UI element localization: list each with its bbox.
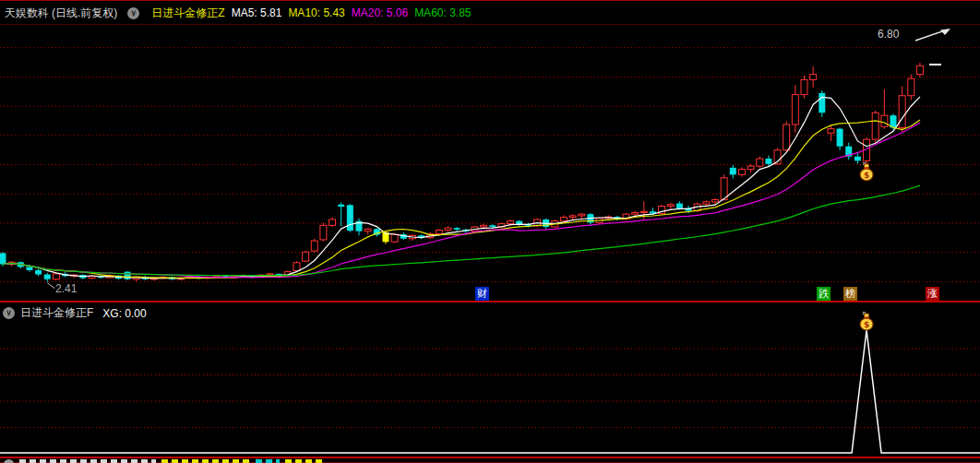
candle-body [391, 234, 398, 242]
candle-body [436, 231, 442, 234]
xg-value-label: XG: 0.00 [102, 307, 146, 320]
candle-body [667, 205, 674, 207]
ma5-line [3, 97, 920, 279]
candle-body [267, 274, 273, 275]
candle-body [26, 267, 32, 269]
lower-panel-header: ∨ 日进斗金修正F XG: 0.00 [0, 305, 147, 321]
chart-header: 天娱数科 (日线.前复权) ∨ 日进斗金修正Z MA5: 5.81 MA10: … [0, 2, 980, 24]
candle-body [757, 159, 763, 166]
candle-body [747, 166, 754, 169]
ma20-legend: MA20: 5.06 [352, 6, 408, 19]
money-bag-icon: $ [860, 312, 873, 330]
candle-body [872, 113, 878, 139]
badge-cai[interactable]: 财 [475, 287, 489, 301]
svg-text:$: $ [864, 320, 869, 329]
ma20-line [3, 123, 920, 278]
candle-body [738, 170, 745, 175]
candle-body [508, 221, 514, 224]
ma60-line [3, 185, 920, 276]
candle-body [303, 252, 309, 261]
candle-body [311, 241, 317, 251]
clipped-cyan-text [256, 459, 280, 463]
candle-body [899, 96, 905, 128]
candle-body [320, 225, 327, 240]
candle-body [908, 78, 914, 96]
chevron-down-circle-icon[interactable]: ∨ [3, 307, 15, 319]
chevron-down-circle-icon[interactable] [4, 459, 14, 463]
candle-body [338, 205, 344, 207]
candle-body [792, 95, 798, 125]
badge-bang[interactable]: 榜 [843, 287, 857, 301]
candle-body [293, 263, 300, 271]
candle-body [0, 253, 6, 264]
ma10-line [3, 120, 920, 279]
candle-body [855, 157, 861, 161]
ma10-legend: MA10: 5.43 [288, 6, 344, 19]
stock-name[interactable]: 天娱数科 [5, 6, 49, 21]
price-target-arrow [915, 30, 945, 41]
clipped-bottom-text-row [0, 458, 980, 463]
candle-body [569, 216, 576, 218]
candle-body [454, 228, 460, 230]
candle-body [676, 204, 683, 208]
lower-indicator-name[interactable]: 日进斗金修正F [20, 305, 93, 321]
candle-body [837, 129, 843, 147]
candle-body [53, 274, 59, 279]
ma5-legend: MA5: 5.81 [232, 6, 282, 19]
candle-body [810, 75, 817, 80]
period-label: (日线.前复权) [52, 6, 117, 21]
clipped-white-text [19, 459, 156, 463]
candle-body [828, 129, 834, 134]
low-price-label: 2.41 [55, 282, 77, 295]
candle-body [347, 205, 353, 231]
clipped-yellow-text [285, 459, 322, 463]
candle-body [783, 125, 790, 150]
xg-signal-line [0, 330, 980, 453]
badge-die[interactable]: 跌 [817, 287, 831, 301]
candle-body [916, 65, 923, 74]
low-pointer-line [47, 283, 54, 289]
candle-body [489, 225, 496, 227]
main-indicator-name[interactable]: 日进斗金修正Z [151, 6, 224, 21]
ma60-legend: MA60: 3.85 [414, 6, 471, 19]
price-target-label: 6.80 [878, 28, 899, 41]
candle-body [445, 228, 451, 230]
stock-chart-window: { "header": { "stock_name": "天娱数科", "per… [0, 0, 980, 463]
candle-body [801, 79, 807, 94]
candle-body [579, 214, 585, 216]
candle-body [44, 275, 51, 279]
candle-body [365, 229, 371, 231]
candle-body [640, 211, 647, 212]
candle-body [881, 115, 888, 126]
candle-body [819, 93, 825, 113]
money-bag-icon: $ [860, 162, 873, 181]
candle-body [712, 200, 719, 202]
svg-text:$: $ [864, 171, 869, 180]
chevron-down-circle-icon[interactable]: ∨ [127, 7, 139, 19]
clipped-yellow-text [161, 459, 250, 463]
candle-body [35, 270, 42, 275]
candle-body [730, 168, 736, 175]
candle-body [329, 220, 336, 225]
badge-zhang[interactable]: 涨 [926, 287, 939, 301]
candle-body [632, 212, 639, 214]
chart-canvas[interactable]: $$ [0, 0, 980, 463]
candle-body [765, 159, 771, 164]
last-price-dash [929, 64, 941, 65]
candle-body [560, 218, 567, 221]
candle-body [125, 272, 131, 279]
candle-body [481, 225, 487, 227]
candle-body [703, 202, 710, 204]
